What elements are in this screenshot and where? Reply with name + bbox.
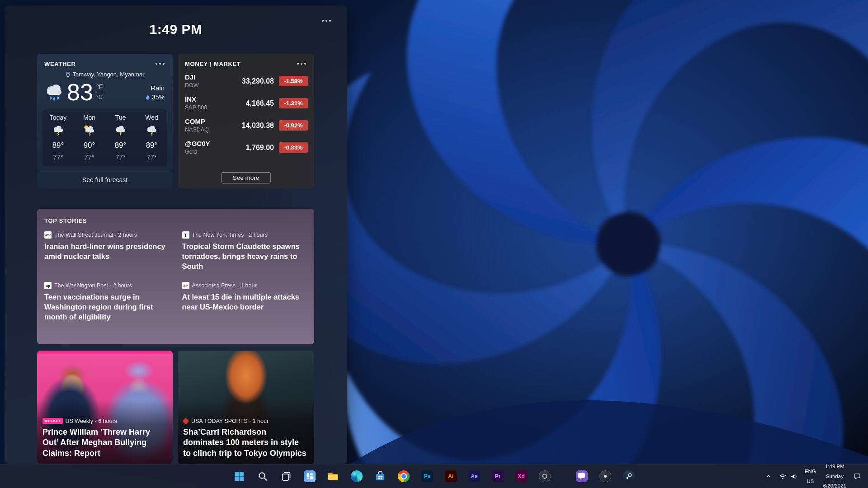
top-stories-title: TOP STORIES [44,217,87,224]
story-item-wsj[interactable]: WSJ The Wall Street Journal · 2 hours Ir… [44,231,170,271]
story-item-nyt[interactable]: T The New York Times · 2 hours Tropical … [182,231,307,271]
unit-fahrenheit-toggle[interactable]: °F [96,83,103,92]
thunderstorm-icon [114,124,127,137]
start-button[interactable] [229,466,249,486]
weather-location[interactable]: Tamway, Yangon, Myanmar [37,71,173,78]
story-headline: Tropical Storm Claudette spawns tornadoe… [182,242,307,271]
illustrator-button[interactable]: Ai [441,466,461,486]
wifi-icon [779,473,787,480]
weather-condition-label: Rain [146,84,165,92]
forecast-day-mon[interactable]: Mon 90° 77° [74,114,105,161]
story-item-wapo[interactable]: wp The Washington Post · 2 hours Teen va… [44,282,170,322]
more-horizontal-icon [322,20,331,22]
forecast-strip: Today 89° 77° Mon 90° 77° [42,109,167,166]
chevron-up-icon [765,473,772,479]
market-row-gold[interactable]: @GC0Y Gold 1,769.00 -0.33% [178,136,314,159]
tray-day: Sunday [826,473,844,479]
folder-icon [327,470,339,482]
adobe-xd-button[interactable]: Xd [511,466,531,486]
after-effects-icon: Ae [468,470,480,482]
premiere-pro-icon: Pr [492,470,504,482]
chrome-icon [398,470,410,482]
forecast-day-tue[interactable]: Tue 89° 77° [105,114,136,161]
edge-button[interactable] [347,466,367,486]
change-badge: -0.33% [279,142,308,153]
task-view-button[interactable] [276,466,296,486]
washington-post-logo-icon: wp [44,282,52,289]
change-badge: -1.31% [279,98,308,108]
edge-icon [351,470,363,482]
file-explorer-button[interactable] [323,466,343,486]
taskbar: Ps Ai Ae Pr Xd [0,464,868,488]
story-headline: Teen vaccinations surge in Washington re… [44,292,170,322]
news-card-usatoday[interactable]: USA TODAY SPORTS · 1 hour Sha’Carri Rich… [178,351,314,464]
widgets-button[interactable] [300,466,320,486]
viber-icon [576,470,588,482]
search-button[interactable] [253,466,273,486]
weather-title: WEATHER [44,61,76,67]
forecast-day-today[interactable]: Today 89° 77° [42,114,74,161]
ap-logo-icon: AP [182,282,189,289]
article-headline: Prince William ‘Threw Harry Out’ After M… [42,427,167,459]
adobe-xd-icon: Xd [515,470,527,482]
market-row-inx[interactable]: INX S&P 500 4,166.45 -1.31% [178,92,314,114]
rain-cloud-icon [43,83,65,101]
steam-button[interactable] [619,466,639,486]
language-switcher[interactable]: ENG US [802,467,819,486]
story-item-ap[interactable]: AP Associated Press · 1 hour At least 15… [182,282,307,322]
notification-icon [854,473,861,480]
see-more-button[interactable]: See more [222,172,271,183]
usweekly-accent-strip [37,351,173,354]
change-badge: -0.92% [279,120,308,131]
widgets-icon [304,470,316,482]
steam-icon [623,470,635,482]
app-button-1[interactable] [535,466,555,486]
current-temperature: 83 [67,80,93,104]
weather-menu-button[interactable] [152,59,168,68]
top-stories-widget: TOP STORIES WSJ The Wall Street Journal … [37,209,314,344]
nyt-logo-icon: T [182,231,189,239]
panel-clock: 1:49 PM [5,22,347,37]
network-volume-flyout-button[interactable] [776,467,800,486]
premiere-pro-button[interactable]: Pr [488,466,508,486]
precipitation-value: 35% [152,94,165,101]
viber-button[interactable] [572,466,592,486]
tray-overflow-button[interactable] [763,467,774,486]
thunderstorm-icon [52,124,65,137]
market-menu-button[interactable] [293,59,310,68]
microsoft-store-button[interactable] [370,466,390,486]
more-horizontal-icon [156,63,165,65]
forecast-day-wed[interactable]: Wed 89° 77° [136,114,167,161]
more-horizontal-icon [297,63,306,65]
tray-time: 1:49 PM [825,463,844,469]
photoshop-button[interactable]: Ps [417,466,437,486]
market-row-comp[interactable]: COMP NASDAQ 14,030.38 -0.92% [178,114,314,136]
see-full-forecast-link[interactable]: See full forecast [37,171,173,188]
story-headline: At least 15 die in multiple attacks near… [182,292,307,312]
illustrator-icon: Ai [445,470,457,482]
notification-center-button[interactable] [851,467,863,486]
unit-celsius-toggle[interactable]: °C [96,92,103,100]
microsoft-store-icon [374,470,386,482]
story-headline: Iranian hard-liner wins presidency amid … [44,242,170,262]
app-button-2[interactable] [595,466,615,486]
market-row-dji[interactable]: DJI DOW 33,290.08 -1.58% [178,70,314,92]
usa-today-logo-icon [183,418,189,424]
tray-date: 6/20/2021 [823,483,846,488]
round-app-icon [539,470,551,482]
chrome-button[interactable] [394,466,414,486]
system-tray: ENG US 1:49 PM Sunday 6/20/2021 [763,465,863,488]
news-card-usweekly[interactable]: WEEKLY US Weekly · 6 hours Prince Willia… [37,351,173,464]
after-effects-button[interactable]: Ae [464,466,484,486]
article-meta: USA TODAY SPORTS · 1 hour [191,418,269,424]
article-meta: US Weekly · 6 hours [66,418,117,424]
usweekly-logo-icon: WEEKLY [42,418,63,424]
article-headline: Sha’Carri Richardson dominates 100 meter… [183,427,309,459]
search-icon [257,471,268,482]
weather-widget: WEATHER Tamway, Yangon, Myanmar 83 °F °C [37,54,173,188]
market-title: MONEY | MARKET [185,61,241,67]
money-market-widget: MONEY | MARKET DJI DOW 33,290.08 -1.58% … [178,54,314,188]
panel-menu-button[interactable] [318,16,335,25]
weather-location-label: Tamway, Yangon, Myanmar [73,71,145,78]
taskbar-clock[interactable]: 1:49 PM Sunday 6/20/2021 [821,467,849,486]
